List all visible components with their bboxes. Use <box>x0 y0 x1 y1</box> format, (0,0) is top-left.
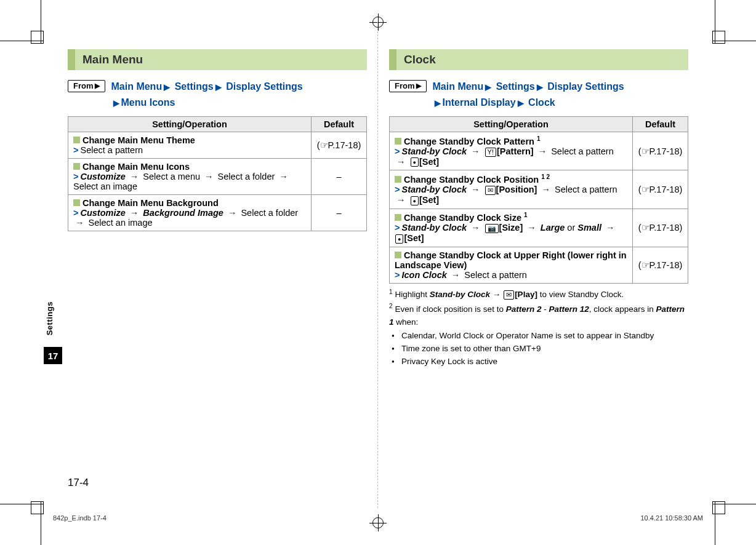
page-content: Main Menu From▶ Main Menu▶ Settings▶ Dis… <box>68 49 688 495</box>
footer-right: 10.4.21 10:58:30 AM <box>640 514 703 522</box>
bullet-icon <box>73 199 80 206</box>
row-title: Change Standby Clock Position 1 2 <box>404 175 550 185</box>
bullet-icon <box>395 138 401 145</box>
settings-table-clock: Setting/Operation Default Change Standby… <box>389 116 688 284</box>
row-default: (☞P.17-18) <box>633 209 688 247</box>
from-label-text: From <box>73 80 94 93</box>
th-setting: Setting/Operation <box>390 117 633 132</box>
row-steps: Select a pattern <box>80 145 143 155</box>
list-item: Calendar, World Clock or Operator Name i… <box>398 330 688 343</box>
row-steps: Icon Clock → Select a pattern <box>401 270 526 280</box>
row-default: (☞P.17-18) <box>633 247 688 283</box>
column-clock: Clock From▶ Main Menu▶ Settings▶ Display… <box>389 49 688 368</box>
crumb: Menu Icons <box>121 97 175 108</box>
row-steps: Stand-by Clock → ✉[Position] → Select a … <box>395 185 617 205</box>
crop-mark <box>31 501 44 514</box>
table-row: Change Main Menu Background >Customize →… <box>68 195 367 231</box>
breadcrumb-trail: Main Menu▶ Settings▶ Display Settings ▶M… <box>111 79 303 110</box>
row-default: (☞P.17-18) <box>633 132 688 170</box>
chevron-icon: > <box>73 172 78 181</box>
bullet-icon <box>73 137 80 143</box>
page-number: 17-4 <box>68 477 89 489</box>
crumb: Internal Display <box>443 97 516 108</box>
registration-mark <box>369 14 387 31</box>
crop-mark <box>712 31 725 44</box>
chevron-icon: > <box>395 185 400 194</box>
crop-mark <box>712 501 725 514</box>
list-item: Time zone is set to other than GMT+9 <box>398 343 688 356</box>
breadcrumb: From▶ Main Menu▶ Settings▶ Display Setti… <box>68 79 367 110</box>
column-main-menu: Main Menu From▶ Main Menu▶ Settings▶ Dis… <box>68 49 367 368</box>
crumb: Main Menu <box>111 81 163 92</box>
breadcrumb: From▶ Main Menu▶ Settings▶ Display Setti… <box>389 79 688 110</box>
play-icon: ▶ <box>95 81 100 92</box>
crumb: Settings <box>496 81 535 92</box>
bullet-icon <box>73 163 80 170</box>
table-row: Change Standby Clock Position 1 2 >Stand… <box>390 170 688 209</box>
table-row: Change Main Menu Icons >Customize → Sele… <box>68 159 367 195</box>
play-icon: ▶ <box>416 81 421 92</box>
footnote-1: 1Highlight Stand-by Clock → ✉[Play] to v… <box>389 287 688 301</box>
row-default: – <box>312 195 367 231</box>
table-row: Change Standby Clock at Upper Right (low… <box>390 247 688 283</box>
row-steps: Customize → Select a menu → Select a fol… <box>73 172 290 191</box>
row-title: Change Standby Clock Pattern 1 <box>404 137 541 146</box>
th-default: Default <box>312 117 367 132</box>
bullet-icon <box>395 176 401 183</box>
row-title: Change Standby Clock Size 1 <box>404 213 528 223</box>
chevron-icon: > <box>73 208 78 218</box>
bullet-icon <box>395 252 401 258</box>
chevron-icon: > <box>395 270 400 280</box>
list-item: Privacy Key Lock is active <box>398 356 688 368</box>
section-heading-clock: Clock <box>389 49 688 70</box>
crumb: Display Settings <box>226 81 302 92</box>
footnote-bullets: Calendar, World Clock or Operator Name i… <box>389 330 688 368</box>
from-label: From▶ <box>68 80 105 92</box>
from-label: From▶ <box>389 80 427 92</box>
crumb: Clock <box>528 97 555 108</box>
table-row: Change Standby Clock Pattern 1 >Stand-by… <box>390 132 688 170</box>
from-label-text: From <box>395 80 415 93</box>
chapter-number-badge: 17 <box>44 347 62 364</box>
bullet-icon <box>395 214 401 221</box>
table-row: Change Main Menu Theme >Select a pattern… <box>68 132 367 159</box>
th-default: Default <box>633 117 688 132</box>
row-steps: Stand-by Clock → Y![Pattern] → Select a … <box>395 146 614 167</box>
footnote-text: Even if clock position is set to Pattern… <box>389 304 685 327</box>
footnote-text: Highlight Stand-by Clock → ✉[Play] to vi… <box>395 290 624 299</box>
side-tab-label: Settings <box>45 301 54 335</box>
registration-mark <box>369 514 387 531</box>
row-default: (☞P.17-18) <box>312 132 367 159</box>
crumb: Main Menu <box>433 81 484 92</box>
row-title: Change Main Menu Theme <box>82 135 195 145</box>
row-steps: Stand-by Clock → 📷[Size] → Large or Smal… <box>395 223 616 243</box>
crumb: Settings <box>175 81 214 92</box>
footer-left: 842p_E.indb 17-4 <box>53 514 107 522</box>
footnotes: 1Highlight Stand-by Clock → ✉[Play] to v… <box>389 287 688 369</box>
section-heading-main-menu: Main Menu <box>68 49 367 70</box>
breadcrumb-trail: Main Menu▶ Settings▶ Display Settings ▶I… <box>433 79 624 110</box>
row-steps: Customize → Background Image → Select a … <box>73 208 298 228</box>
settings-table-main-menu: Setting/Operation Default Change Main Me… <box>68 116 367 231</box>
chevron-icon: > <box>395 223 400 233</box>
crumb: Display Settings <box>547 81 624 92</box>
chevron-icon: > <box>73 145 78 155</box>
chevron-icon: > <box>395 146 400 156</box>
th-setting: Setting/Operation <box>68 117 312 132</box>
table-row: Change Standby Clock Size 1 >Stand-by Cl… <box>390 209 688 247</box>
row-default: – <box>312 159 367 195</box>
crop-mark <box>31 31 44 44</box>
row-title: Change Main Menu Background <box>82 198 219 208</box>
footnote-2: 2Even if clock position is set to Patter… <box>389 301 688 328</box>
row-default: (☞P.17-18) <box>633 170 688 209</box>
row-title: Change Main Menu Icons <box>82 162 190 172</box>
row-title: Change Standby Clock at Upper Right (low… <box>395 250 627 270</box>
